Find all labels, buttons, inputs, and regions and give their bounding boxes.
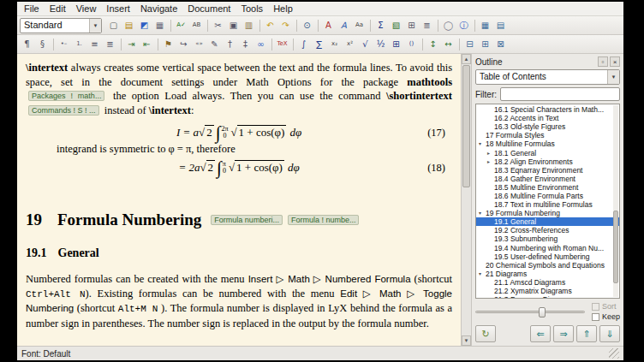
outline-item[interactable]: 18.6 Multline Formula Parts — [476, 192, 619, 200]
toolbar-environment-depth-button[interactable]: § — [35, 37, 50, 52]
toolbar-insert-label-button[interactable]: ⚑ — [161, 37, 176, 52]
toolbar-increase-depth-button[interactable]: ⇥ — [124, 37, 139, 52]
toolbar-table-cells-button[interactable]: ▤ — [493, 18, 508, 33]
outline-item[interactable]: 17 Formula Styles — [476, 131, 619, 139]
outline-item[interactable]: 16.2 Accents in Text — [476, 114, 619, 122]
toolbar-insert-root-button[interactable]: √ — [358, 37, 373, 52]
toolbar-emphasis-style-button[interactable]: A — [337, 18, 351, 33]
menu-view[interactable]: View — [71, 3, 102, 15]
tree-arrow-icon[interactable]: ▾ — [479, 139, 486, 148]
outline-item[interactable]: 18.7 Text in multiline Formulas — [476, 200, 619, 209]
toolbar-superscript-button[interactable]: x² — [343, 37, 357, 52]
toolbar-insert-table-button[interactable]: ⊞ — [404, 18, 419, 33]
index-inset[interactable]: Commands ! S ! ... — [28, 105, 99, 116]
toolbar-horizontal-space-button[interactable]: ↔ — [441, 37, 456, 52]
index-inset[interactable]: Formula numberi... — [211, 215, 283, 225]
toolbar-insert-math-button[interactable]: Σ — [373, 18, 388, 33]
toolbar-paste-button[interactable]: ▥ — [242, 18, 256, 33]
outline-move-up-button[interactable]: ⇑ — [576, 325, 597, 342]
toolbar-text-style-button[interactable]: Aa — [352, 18, 367, 33]
outline-item[interactable]: 18.5 Multline Environment — [476, 183, 619, 192]
outline-demote-button[interactable]: ⇒ — [553, 325, 574, 342]
toolbar-numbered-list-button[interactable]: 1. — [72, 37, 86, 52]
menu-edit[interactable]: Edit — [45, 3, 71, 15]
scroll-up-button[interactable]: ▲ — [462, 54, 471, 64]
toolbar-insert-margin-note-button[interactable]: ‡ — [238, 37, 253, 52]
outline-tree[interactable]: 16.1 Special Characters in Math...16.2 A… — [475, 104, 620, 299]
toolbar-check-spelling-continuously-button[interactable]: AB — [189, 18, 204, 33]
outline-item[interactable]: 19.2 Cross-References — [476, 226, 619, 234]
toolbar-decrease-depth-button[interactable]: ⇤ — [140, 37, 154, 52]
outline-item[interactable]: 18.3 Eqnarray Environment — [476, 166, 619, 175]
toolbar-table-delete-button[interactable]: ⊠ — [493, 37, 508, 52]
menu-document[interactable]: Document — [182, 3, 236, 15]
toolbar-insert-cross-reference-button[interactable]: ↪ — [176, 37, 191, 52]
outline-item[interactable]: 21.2 Xymatrix Diagrams — [476, 287, 619, 295]
toolbar-insert-hyperlink-button[interactable]: ∞ — [253, 37, 268, 52]
menu-navigate[interactable]: Navigate — [135, 3, 182, 15]
outline-promote-button[interactable]: ⇐ — [530, 325, 551, 342]
chevron-down-icon[interactable]: ▼ — [89, 19, 101, 33]
outline-item[interactable]: 16.1 Special Characters in Math... — [476, 105, 619, 114]
outline-item[interactable]: ▸18.1 General — [476, 148, 619, 157]
toolbar-redo-button[interactable]: ↷ — [278, 18, 293, 33]
toolbar-math-inline-button[interactable]: ∫ — [296, 37, 311, 52]
toolbar-subscript-button[interactable]: x₂ — [327, 37, 342, 52]
menu-file[interactable]: File — [19, 3, 45, 15]
document-scrollbar[interactable]: ▲ ▼ — [461, 54, 471, 346]
toolbar-table-borders-button[interactable]: ▦ — [478, 18, 492, 33]
toolbar-vertical-space-button[interactable]: ↕ — [426, 37, 440, 52]
toolbar-insert-tex-code-button[interactable]: TeX — [275, 37, 289, 52]
toolbar-toggle-outline-button[interactable]: ≣ — [420, 18, 434, 33]
menu-insert[interactable]: Insert — [101, 3, 135, 15]
toolbar-paragraph-style-button[interactable]: ¶ — [20, 37, 34, 52]
outline-item[interactable]: ▾21 Diagrams — [476, 270, 619, 278]
toolbar-print-document-button[interactable]: ▦ — [152, 18, 167, 33]
toolbar-insert-citation-button[interactable]: «» — [192, 37, 206, 52]
toolbar-new-document-button[interactable]: ▢ — [106, 18, 121, 33]
scrollbar-thumb[interactable] — [613, 211, 618, 283]
update-outline-button[interactable]: ↻ — [475, 325, 496, 342]
index-inset[interactable]: Formula ! numbe... — [288, 215, 360, 225]
outline-item[interactable]: 20 Chemical Symbols and Equations — [476, 261, 619, 270]
outline-type-select[interactable]: Table of Contents ▼ — [475, 69, 620, 85]
scrollbar-thumb[interactable] — [462, 65, 470, 187]
float-panel-button[interactable]: ▫ — [598, 56, 608, 67]
toolbar-noun-style-button[interactable]: A — [321, 18, 336, 33]
toolbar-spellcheck-button[interactable]: A✓ — [174, 18, 188, 33]
document-canvas[interactable]: \intertext always creates some vertical … — [17, 54, 461, 346]
outline-move-down-button[interactable]: ⇓ — [599, 325, 620, 342]
toolbar-math-display-button[interactable]: ∑ — [312, 37, 326, 52]
outline-item[interactable]: 16.3 Old-style Figures — [476, 122, 619, 131]
outline-item[interactable]: 19.3 Subnumbering — [476, 234, 619, 243]
close-panel-button[interactable]: × — [610, 56, 620, 67]
outline-item[interactable]: 21.1 Amscd Diagrams — [476, 278, 619, 287]
equation-17[interactable]: I = a√2∫2π0√1 + cos(φ)dφ (17) — [26, 126, 452, 139]
outline-item[interactable]: ▾19 Formula Numbering — [476, 209, 619, 217]
outline-item[interactable]: 18.4 Gather Environment — [476, 175, 619, 183]
toolbar-table-insert-column-button[interactable]: ⊞ — [478, 37, 492, 52]
toolbar-insert-matrix-button[interactable]: ⊞ — [389, 37, 403, 52]
outline-tree-scrollbar[interactable] — [613, 105, 618, 297]
toolbar-save-document-button[interactable]: ◩ — [137, 18, 152, 33]
outline-item[interactable]: 21.3 Feynman Diagrams — [476, 295, 619, 299]
scroll-down-button[interactable]: ▼ — [462, 335, 471, 346]
outline-item[interactable]: 19.1 General — [476, 217, 619, 226]
toolbar-info-button[interactable]: ⓘ — [456, 18, 471, 33]
scrollbar-track[interactable] — [462, 64, 471, 335]
keep-checkbox[interactable]: Keep — [592, 312, 620, 321]
menu-tools[interactable]: Tools — [236, 3, 268, 15]
toolbar-list-item-button[interactable]: ≡ — [87, 37, 102, 52]
toolbar-insert-index-entry-button[interactable]: ✎ — [207, 37, 222, 52]
index-inset[interactable]: Packages ! math... — [28, 91, 104, 101]
tree-arrow-icon[interactable]: ▸ — [487, 157, 494, 166]
toolbar-insert-footnote-button[interactable]: † — [223, 37, 237, 52]
toolbar-find-replace-button[interactable]: ⊙ — [300, 18, 314, 33]
chevron-down-icon[interactable]: ▼ — [607, 70, 619, 84]
toolbar-insert-delimiters-button[interactable]: () — [404, 37, 419, 52]
toolbar-description-list-button[interactable]: ≣ — [103, 37, 117, 52]
equation-18[interactable]: = 2a√2∫π0√1 + cos(φ)dφ (18) — [26, 161, 452, 175]
toolbar-insert-graphics-button[interactable]: ▧ — [389, 18, 403, 33]
toolbar-insert-fraction-button[interactable]: ½ — [373, 37, 388, 52]
slider-handle[interactable] — [539, 307, 546, 317]
